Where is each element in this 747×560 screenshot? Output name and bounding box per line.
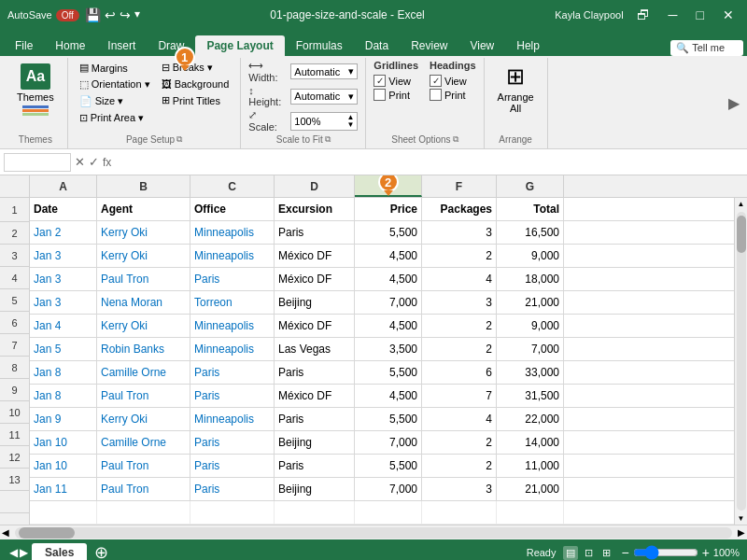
ribbon-scroll-right-icon[interactable]: ▶ xyxy=(728,94,740,112)
col-header-e[interactable]: E 2 xyxy=(355,175,422,197)
cell-e8[interactable]: 5,500 xyxy=(355,361,422,384)
cell-c11[interactable]: Paris xyxy=(190,431,275,454)
cell-c3[interactable]: Minneapolis xyxy=(190,245,275,267)
cell-f6[interactable]: 2 xyxy=(422,315,497,337)
cell-a2[interactable]: Jan 2 xyxy=(30,221,97,244)
cell-b13[interactable]: Paul Tron xyxy=(97,478,190,500)
cell-a3[interactable]: Jan 3 xyxy=(30,245,97,267)
cell-b7[interactable]: Robin Banks xyxy=(97,338,190,360)
cell-f1[interactable]: Packages xyxy=(422,198,497,220)
cell-g8[interactable]: 33,000 xyxy=(497,361,564,384)
cell-c14[interactable] xyxy=(190,501,275,524)
cell-g14[interactable] xyxy=(497,501,564,524)
cell-a8[interactable]: Jan 8 xyxy=(30,361,97,384)
row-header-13[interactable]: 13 xyxy=(0,469,29,491)
cell-d11[interactable]: Beijing xyxy=(275,431,355,454)
scroll-left-icon[interactable]: ◀ xyxy=(0,527,11,538)
cell-b4[interactable]: Paul Tron xyxy=(97,268,190,290)
tab-insert[interactable]: Insert xyxy=(96,35,147,56)
formula-cancel-icon[interactable]: ✕ xyxy=(75,155,85,169)
arrange-button[interactable]: ⊞ Arrange All xyxy=(492,60,540,118)
zoom-slider[interactable] xyxy=(633,545,698,560)
cell-f7[interactable]: 2 xyxy=(422,338,497,360)
cell-b2[interactable]: Kerry Oki xyxy=(97,221,190,244)
cell-e11[interactable]: 7,000 xyxy=(355,431,422,454)
autosave-toggle[interactable]: Off xyxy=(56,9,79,21)
cell-c8[interactable]: Paris xyxy=(190,361,275,384)
cell-f11[interactable]: 2 xyxy=(422,431,497,454)
row-header-9[interactable]: 9 xyxy=(0,379,29,401)
row-header-10[interactable]: 10 xyxy=(0,401,29,424)
breaks-button[interactable]: ⊟ Breaks ▾ 1 xyxy=(158,60,233,76)
cell-g12[interactable]: 11,000 xyxy=(497,455,564,477)
row-header-1[interactable]: 1 xyxy=(0,198,29,222)
cell-g6[interactable]: 9,000 xyxy=(497,315,564,337)
tab-view[interactable]: View xyxy=(458,35,505,56)
print-titles-button[interactable]: ⊞ Print Titles xyxy=(158,92,233,108)
cell-c10[interactable]: Minneapolis xyxy=(190,408,275,430)
sheet-opts-expand-icon[interactable]: ⧉ xyxy=(453,134,458,145)
row-header-14[interactable] xyxy=(0,491,29,513)
cell-e12[interactable]: 5,500 xyxy=(355,455,422,477)
cell-d10[interactable]: Paris xyxy=(275,408,355,430)
headings-print-checkbox[interactable] xyxy=(430,89,442,101)
orientation-button[interactable]: ⬚ Orientation ▾ xyxy=(76,77,154,92)
cell-a12[interactable]: Jan 10 xyxy=(30,455,97,477)
row-header-3[interactable]: 3 xyxy=(0,245,29,267)
height-select[interactable]: Automatic ▾ xyxy=(290,89,358,105)
tab-file[interactable]: File xyxy=(4,35,44,56)
cell-g4[interactable]: 18,000 xyxy=(497,268,564,290)
cell-a11[interactable]: Jan 10 xyxy=(30,431,97,454)
row-header-12[interactable]: 12 xyxy=(0,446,29,469)
cell-c7[interactable]: Minneapolis xyxy=(190,338,275,360)
cell-f2[interactable]: 3 xyxy=(422,221,497,244)
scale-down-icon[interactable]: ▼ xyxy=(346,121,354,129)
cell-c9[interactable]: Paris xyxy=(190,385,275,407)
close-button[interactable]: ✕ xyxy=(717,6,740,24)
save-icon[interactable]: 💾 xyxy=(85,7,101,22)
cell-b6[interactable]: Kerry Oki xyxy=(97,315,190,337)
cell-g2[interactable]: 16,500 xyxy=(497,221,564,244)
scroll-sheets-left-icon[interactable]: ◀ xyxy=(7,546,20,559)
tab-help[interactable]: Help xyxy=(505,35,551,56)
cell-d13[interactable]: Beijing xyxy=(275,478,355,500)
row-header-5[interactable]: 5 xyxy=(0,289,29,312)
col-header-d[interactable]: D xyxy=(275,175,355,197)
tab-page-layout[interactable]: Page Layout xyxy=(195,35,284,56)
vertical-scrollbar[interactable]: ▲ ▼ xyxy=(734,198,747,525)
cell-f3[interactable]: 2 xyxy=(422,245,497,267)
cell-e3[interactable]: 4,500 xyxy=(355,245,422,267)
cell-e6[interactable]: 4,500 xyxy=(355,315,422,337)
cell-a1[interactable]: Date xyxy=(30,198,97,220)
cell-f9[interactable]: 7 xyxy=(422,385,497,407)
cell-e2[interactable]: 5,500 xyxy=(355,221,422,244)
tab-data[interactable]: Data xyxy=(354,35,400,56)
cell-f12[interactable]: 2 xyxy=(422,455,497,477)
redo-icon[interactable]: ↪ xyxy=(120,7,131,22)
page-layout-view-icon[interactable]: ⊡ xyxy=(582,546,596,560)
cell-g13[interactable]: 21,000 xyxy=(497,478,564,500)
cell-b3[interactable]: Kerry Oki xyxy=(97,245,190,267)
width-select[interactable]: Automatic ▾ xyxy=(290,63,358,79)
page-break-view-icon[interactable]: ⊞ xyxy=(599,546,613,560)
cell-f13[interactable]: 3 xyxy=(422,478,497,500)
cell-e10[interactable]: 5,500 xyxy=(355,408,422,430)
cell-a9[interactable]: Jan 8 xyxy=(30,385,97,407)
cell-f8[interactable]: 6 xyxy=(422,361,497,384)
cell-f5[interactable]: 3 xyxy=(422,291,497,314)
row-header-7[interactable]: 7 xyxy=(0,334,29,357)
page-setup-expand-icon[interactable]: ⧉ xyxy=(176,134,182,145)
cell-a4[interactable]: Jan 3 xyxy=(30,268,97,290)
cell-d1[interactable]: Excursion xyxy=(275,198,355,220)
col-header-g[interactable]: G xyxy=(497,175,564,197)
formula-confirm-icon[interactable]: ✓ xyxy=(89,155,99,169)
cell-g10[interactable]: 22,000 xyxy=(497,408,564,430)
cell-b1[interactable]: Agent xyxy=(97,198,190,220)
scale-expand-icon[interactable]: ⧉ xyxy=(325,134,331,145)
margins-button[interactable]: ▤ Margins xyxy=(76,60,154,76)
normal-view-icon[interactable]: ▤ xyxy=(563,546,578,560)
cell-b8[interactable]: Camille Orne xyxy=(97,361,190,384)
cell-d12[interactable]: Paris xyxy=(275,455,355,477)
cell-d8[interactable]: Paris xyxy=(275,361,355,384)
scale-spinbox[interactable]: 100% ▲ ▼ xyxy=(290,112,358,131)
